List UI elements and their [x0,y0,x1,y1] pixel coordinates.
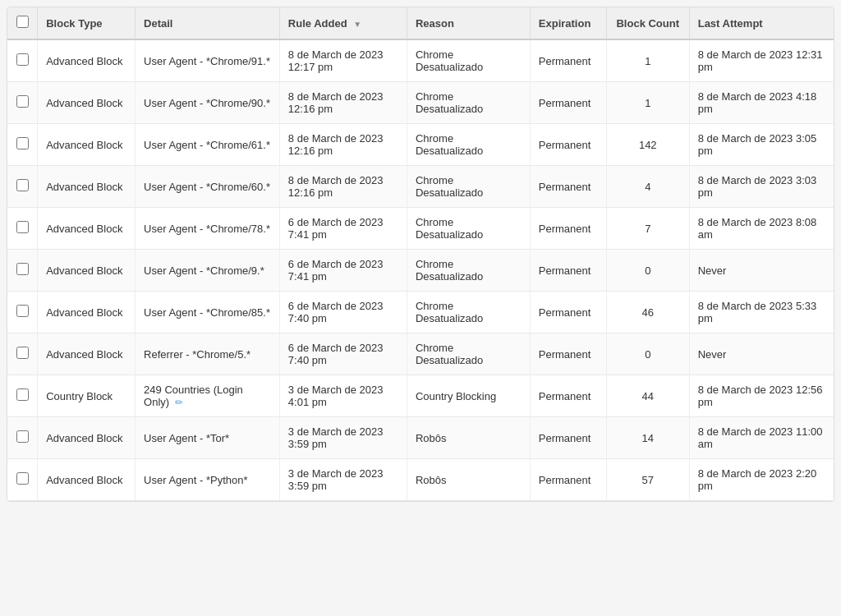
row-detail: User Agent - *Chrome/91.* [136,39,280,82]
row-block-count: 57 [606,459,689,501]
header-last-attempt: Last Attempt [689,7,834,39]
row-block-type: Advanced Block [38,250,136,292]
row-block-type: Advanced Block [38,166,136,208]
table-row: Advanced BlockUser Agent - *Chrome/60.*8… [7,166,834,208]
row-rule-added: 3 de March de 2023 3:59 pm [279,459,407,501]
row-expiration: Permanent [530,208,606,250]
row-reason: Chrome Desatualizado [407,333,530,375]
row-reason: Chrome Desatualizado [407,292,530,333]
row-rule-added: 8 de March de 2023 12:16 pm [279,166,407,208]
row-reason: Robôs [407,417,530,459]
row-checkbox-cell [7,417,38,459]
table-row: Advanced BlockUser Agent - *Chrome/9.*6 … [7,250,834,292]
row-rule-added: 8 de March de 2023 12:16 pm [279,82,407,124]
row-expiration: Permanent [530,417,606,459]
row-rule-added: 6 de March de 2023 7:40 pm [279,292,407,333]
row-rule-added: 8 de March de 2023 12:17 pm [279,39,407,82]
row-last-attempt: 8 de March de 2023 12:31 pm [689,39,834,82]
row-block-type: Advanced Block [38,459,136,501]
row-checkbox-cell [7,375,38,417]
row-last-attempt: 8 de March de 2023 11:00 am [689,417,834,459]
row-checkbox[interactable] [16,388,29,401]
header-reason: Reason [407,7,530,39]
row-reason: Chrome Desatualizado [407,250,530,292]
row-checkbox[interactable] [16,95,29,108]
row-checkbox-cell [7,292,38,333]
table-row: Advanced BlockUser Agent - *Chrome/91.*8… [7,39,834,82]
row-detail: Referrer - *Chrome/5.* [136,333,280,375]
row-reason: Chrome Desatualizado [407,39,530,82]
row-checkbox-cell [7,124,38,166]
row-expiration: Permanent [530,375,606,417]
row-detail: User Agent - *Chrome/60.* [136,166,280,208]
row-block-count: 46 [606,292,689,333]
row-checkbox-cell [7,39,38,82]
sort-arrow-icon: ▼ [353,20,361,29]
table-row: Advanced BlockReferrer - *Chrome/5.*6 de… [7,333,834,375]
table-row: Advanced BlockUser Agent - *Chrome/90.*8… [7,82,834,124]
row-last-attempt: 8 de March de 2023 3:05 pm [689,124,834,166]
row-block-type: Advanced Block [38,208,136,250]
row-reason: Chrome Desatualizado [407,124,530,166]
row-checkbox-cell [7,82,38,124]
row-checkbox-cell [7,208,38,250]
row-detail: User Agent - *Chrome/9.* [136,250,280,292]
header-rule-added[interactable]: Rule Added ▼ [279,7,407,39]
row-detail: User Agent - *Tor* [136,417,280,459]
row-block-type: Advanced Block [38,82,136,124]
row-checkbox[interactable] [16,221,29,233]
select-all-checkbox[interactable] [16,16,29,28]
row-last-attempt: 8 de March de 2023 12:56 pm [689,375,834,417]
edit-icon[interactable]: ✏ [172,397,183,408]
row-checkbox[interactable] [16,430,29,443]
row-checkbox[interactable] [16,305,29,317]
row-last-attempt: Never [689,333,834,375]
row-checkbox[interactable] [16,179,29,191]
header-checkbox-col [7,7,38,39]
row-last-attempt: 8 de March de 2023 4:18 pm [689,82,834,124]
row-expiration: Permanent [530,166,606,208]
row-checkbox-cell [7,250,38,292]
row-block-count: 1 [606,82,689,124]
block-rules-table-wrapper: Block Type Detail Rule Added ▼ Reason Ex… [7,7,834,502]
row-last-attempt: 8 de March de 2023 8:08 am [689,208,834,250]
header-block-count: Block Count [606,7,689,39]
row-expiration: Permanent [530,459,606,501]
row-last-attempt: Never [689,250,834,292]
table-row: Advanced BlockUser Agent - *Chrome/61.*8… [7,124,834,166]
row-last-attempt: 8 de March de 2023 5:33 pm [689,292,834,333]
row-expiration: Permanent [530,39,606,82]
row-block-count: 1 [606,39,689,82]
row-checkbox[interactable] [16,472,29,485]
row-checkbox[interactable] [16,347,29,359]
row-block-count: 0 [606,250,689,292]
row-last-attempt: 8 de March de 2023 2:20 pm [689,459,834,501]
table-row: Advanced BlockUser Agent - *Chrome/85.*6… [7,292,834,333]
row-block-count: 44 [606,375,689,417]
row-block-type: Advanced Block [38,292,136,333]
row-checkbox[interactable] [16,53,29,66]
row-expiration: Permanent [530,124,606,166]
row-block-type: Advanced Block [38,417,136,459]
row-reason: Country Blocking [407,375,530,417]
row-reason: Robôs [407,459,530,501]
row-rule-added: 8 de March de 2023 12:16 pm [279,124,407,166]
block-rules-table: Block Type Detail Rule Added ▼ Reason Ex… [7,7,834,501]
row-rule-added: 3 de March de 2023 3:59 pm [279,417,407,459]
row-reason: Chrome Desatualizado [407,166,530,208]
row-detail: 249 Countries (Login Only) ✏ [136,375,280,417]
row-block-type: Country Block [38,375,136,417]
row-checkbox[interactable] [16,137,29,149]
row-rule-added: 6 de March de 2023 7:41 pm [279,250,407,292]
row-expiration: Permanent [530,82,606,124]
row-block-count: 14 [606,417,689,459]
row-rule-added: 3 de March de 2023 4:01 pm [279,375,407,417]
row-expiration: Permanent [530,250,606,292]
table-row: Advanced BlockUser Agent - *Chrome/78.*6… [7,208,834,250]
table-header-row: Block Type Detail Rule Added ▼ Reason Ex… [7,7,834,39]
header-expiration: Expiration [530,7,606,39]
row-expiration: Permanent [530,333,606,375]
row-checkbox[interactable] [16,263,29,275]
table-row: Advanced BlockUser Agent - *Python*3 de … [7,459,834,501]
row-detail: User Agent - *Chrome/90.* [136,82,280,124]
